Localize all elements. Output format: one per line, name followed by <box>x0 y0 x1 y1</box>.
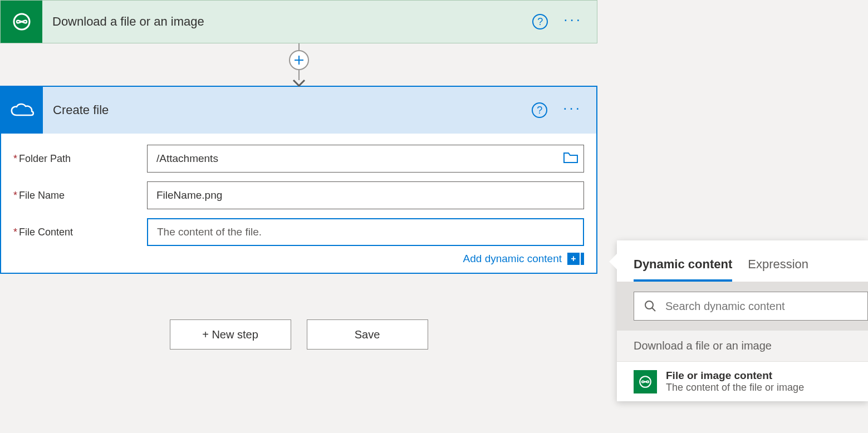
flow-canvas: Download a file or an image ? ··· C <box>0 0 597 350</box>
tab-dynamic-content[interactable]: Dynamic content <box>634 257 732 282</box>
folder-path-input[interactable] <box>147 145 584 173</box>
svg-point-3 <box>645 301 653 309</box>
action-controls: ? ··· <box>532 1 597 43</box>
search-box <box>634 292 868 321</box>
dynamic-content-bar-icon[interactable] <box>581 253 584 265</box>
folder-picker-icon[interactable] <box>563 151 578 166</box>
action-header[interactable]: Create file ? ··· <box>1 87 596 134</box>
dataverse-connector-icon <box>1 1 42 43</box>
form-body: *Folder Path *File Name *File Content <box>1 134 596 273</box>
action-title: Download a file or an image <box>42 1 532 43</box>
search-input[interactable] <box>665 300 857 313</box>
action-create-file: Create file ? ··· *Folder Path *File Nam… <box>0 86 597 274</box>
add-dynamic-icons: + <box>567 253 584 265</box>
arrow-down-icon <box>292 79 306 87</box>
panel-tabs: Dynamic content Expression <box>617 240 868 282</box>
dynamic-item-file-content[interactable]: File or image content The content of the… <box>617 362 868 401</box>
file-content-label: *File Content <box>13 227 147 238</box>
action-download-file[interactable]: Download a file or an image ? ··· <box>0 0 597 43</box>
dynamic-content-panel: Dynamic content Expression Download a fi… <box>617 240 868 401</box>
connector <box>0 43 597 86</box>
new-step-button[interactable]: + New step <box>170 319 291 350</box>
dynamic-item-desc: The content of the file or image <box>666 382 804 393</box>
file-content-row: *File Content <box>13 218 584 246</box>
action-controls: ? ··· <box>532 87 596 134</box>
file-content-input-wrap <box>147 218 584 246</box>
add-dynamic-content-row: Add dynamic content + <box>13 253 584 265</box>
more-menu-icon[interactable]: ··· <box>563 11 582 33</box>
save-button[interactable]: Save <box>307 319 428 350</box>
dynamic-item-title: File or image content <box>666 370 804 382</box>
help-icon[interactable]: ? <box>532 14 548 29</box>
dynamic-content-icon[interactable]: + <box>567 253 580 265</box>
footer-buttons: + New step Save <box>0 319 597 350</box>
add-dynamic-content-link[interactable]: Add dynamic content <box>463 253 562 265</box>
file-name-label: *File Name <box>13 190 147 201</box>
search-icon <box>644 300 656 312</box>
add-action-button[interactable] <box>289 50 309 70</box>
action-title: Create file <box>43 87 532 134</box>
folder-path-input-wrap <box>147 145 584 173</box>
help-icon[interactable]: ? <box>532 102 547 118</box>
folder-path-row: *Folder Path <box>13 145 584 173</box>
folder-path-label: *Folder Path <box>13 153 147 165</box>
onedrive-connector-icon <box>1 87 43 134</box>
search-wrap <box>617 282 868 331</box>
more-menu-icon[interactable]: ··· <box>563 100 582 121</box>
connector-line <box>298 43 300 50</box>
panel-pointer-icon <box>609 254 617 269</box>
file-name-row: *File Name <box>13 181 584 209</box>
svg-line-4 <box>652 308 655 311</box>
file-name-input[interactable] <box>147 181 584 209</box>
file-name-input-wrap <box>147 181 584 209</box>
dynamic-group-header: Download a file or an image <box>617 331 868 362</box>
file-content-input[interactable] <box>147 218 584 246</box>
dataverse-connector-icon <box>634 370 657 393</box>
dynamic-item-text: File or image content The content of the… <box>666 370 804 393</box>
tab-expression[interactable]: Expression <box>748 257 808 282</box>
